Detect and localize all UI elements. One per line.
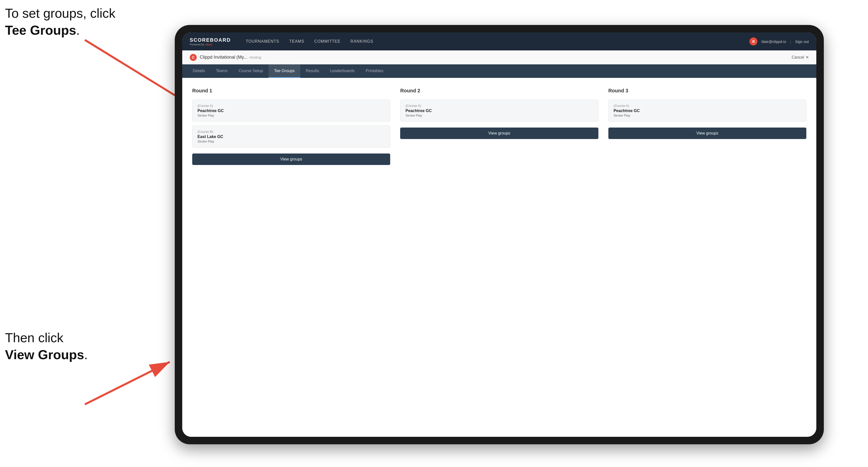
round-2-view-groups-button[interactable]: View groups [400,128,598,139]
rounds-grid: Round 1 (Course A) Peachtree GC Stroke P… [192,88,806,165]
round-2-title: Round 2 [400,88,598,94]
round-2-course-a-name: Peachtree GC [405,108,593,113]
user-avatar: B [749,37,757,45]
nav-right: B blair@clippd.io | Sign out [749,37,809,45]
round-1-course-a-format: Stroke Play [197,114,385,117]
round-2-course-a-format: Stroke Play [405,114,593,117]
round-1-course-a-label: (Course A) [197,104,385,107]
logo-area: SCOREBOARD Powered by clippit [190,37,231,46]
round-3-view-groups-button[interactable]: View groups [608,128,806,139]
annotation-bottom-line1: Then click [5,331,63,345]
annotation-top: To set groups, click Tee Groups. [5,5,115,39]
annotation-top-punct: . [76,23,80,37]
annotation-top-line2: Tee Groups [5,23,76,37]
tournament-name: Clippd Invitational (My... [200,55,247,60]
annotation-bottom: Then click View Groups. [5,330,88,363]
annotation-top-line1: To set groups, click [5,6,115,21]
round-3-course-a-card: (Course A) Peachtree GC Stroke Play [608,100,806,122]
main-content: Round 1 (Course A) Peachtree GC Stroke P… [182,78,816,437]
nav-rankings[interactable]: RANKINGS [345,37,378,46]
tab-details[interactable]: Details [187,64,211,78]
round-3-course-a-format: Stroke Play [614,114,801,117]
nav-tournaments[interactable]: TOURNAMENTS [241,37,284,46]
round-1-course-b-name: East Lake GC [197,134,385,139]
hosting-badge: Hosting [249,55,261,59]
round-1-course-b-card: (Course B) East Lake GC Stroke Play [192,126,390,148]
round-3-course-a-name: Peachtree GC [614,108,801,113]
cancel-icon: ✕ [806,55,809,60]
tab-leaderboards[interactable]: Leaderboards [324,64,360,78]
round-1-section: Round 1 (Course A) Peachtree GC Stroke P… [192,88,390,165]
round-3-course-a-label: (Course A) [614,104,801,107]
logo-sub: Powered by clippit [190,43,231,46]
tab-tee-groups[interactable]: Tee Groups [269,64,300,78]
logo-text: SCOREBOARD [190,37,231,43]
tablet-device: SCOREBOARD Powered by clippit TOURNAMENT… [175,25,824,444]
round-1-course-a-card: (Course A) Peachtree GC Stroke Play [192,100,390,122]
sub-header: C Clippd Invitational (My... Hosting Can… [182,51,816,64]
round-3-title: Round 3 [608,88,806,94]
round-1-title: Round 1 [192,88,390,94]
round-1-course-a-name: Peachtree GC [197,108,385,113]
user-email: blair@clippd.io [762,39,786,44]
annotation-bottom-line2: View Groups [5,347,84,362]
nav-links: TOURNAMENTS TEAMS COMMITTEE RANKINGS [241,37,749,46]
sign-out-link[interactable]: Sign out [795,39,809,44]
tab-bar: Details Teams Course Setup Tee Groups Re… [182,64,816,78]
round-2-course-a-label: (Course A) [405,104,593,107]
svg-line-3 [85,362,170,404]
round-1-course-b-label: (Course B) [197,130,385,133]
round-2-course-a-card: (Course A) Peachtree GC Stroke Play [400,100,598,122]
tab-course-setup[interactable]: Course Setup [233,64,269,78]
round-1-course-b-format: Stroke Play [197,139,385,143]
tablet-screen: SCOREBOARD Powered by clippit TOURNAMENT… [182,32,816,437]
nav-teams[interactable]: TEAMS [284,37,309,46]
tab-results[interactable]: Results [300,64,324,78]
round-3-section: Round 3 (Course A) Peachtree GC Stroke P… [608,88,806,165]
tab-teams[interactable]: Teams [211,64,233,78]
nav-committee[interactable]: COMMITTEE [309,37,345,46]
round-1-view-groups-button[interactable]: View groups [192,154,390,165]
cancel-button[interactable]: Cancel ✕ [792,55,809,60]
annotation-bottom-punct: . [84,347,88,362]
round-2-section: Round 2 (Course A) Peachtree GC Stroke P… [400,88,598,165]
tab-printables[interactable]: Printables [360,64,389,78]
tournament-logo: C [190,54,197,61]
top-nav: SCOREBOARD Powered by clippit TOURNAMENT… [182,32,816,51]
